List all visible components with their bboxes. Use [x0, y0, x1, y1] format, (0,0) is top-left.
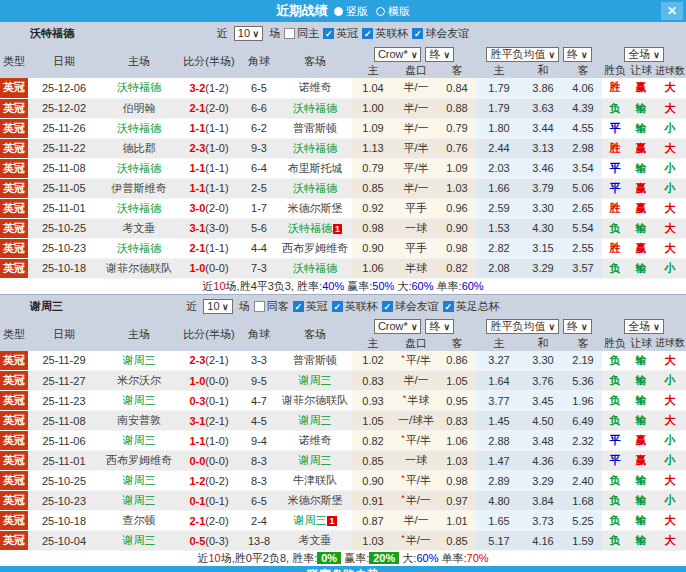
handicap-cell: 平/半 [394, 138, 438, 158]
league-filter-label: 英足总杯 [456, 299, 500, 314]
avg-source-select[interactable]: 胜平负均值 ∨ [486, 47, 559, 62]
recent-count-select[interactable]: 10 ∨ [203, 299, 232, 314]
radio-vertical-layout[interactable]: 竖版 [334, 4, 368, 19]
summary-segment: 10 [213, 280, 225, 292]
avg-draw-cell: 4.36 [522, 451, 564, 471]
league-handicap-trend-bar[interactable]: 联赛盘路走势 [0, 566, 686, 572]
col-corners: 角球 [240, 318, 278, 351]
full-time-score: 2-3 [189, 142, 205, 154]
goals-result-cell: 小 [654, 451, 686, 471]
summary-segment: 单率: [438, 552, 466, 564]
league-filter[interactable]: ✓英足总杯 [443, 299, 500, 314]
red-card-badge: 1 [327, 516, 336, 526]
handicap-cell: 一球 [394, 451, 438, 471]
home-team-cell: 西布罗姆维奇 [100, 451, 178, 471]
score-cell: 2-1(2-0) [178, 511, 240, 531]
full-time-score: 1-1 [189, 182, 205, 194]
handicap-result-cell: 输 [628, 471, 654, 491]
date-cell: 25-10-04 [28, 531, 100, 551]
league-filter[interactable]: ✓球会友谊 [382, 299, 439, 314]
goals-result-cell: 大 [654, 411, 686, 431]
scope-dropdown: 全场 ∨ [602, 318, 686, 336]
receiving-handicap-star: * [401, 533, 405, 543]
home-team-name: 沃特福德 [117, 202, 161, 214]
col-home: 主场 [100, 45, 178, 78]
receiving-handicap-star: * [401, 473, 405, 483]
league-filter[interactable]: ✓英联杯 [362, 26, 408, 41]
summary-segment: 70% [467, 552, 489, 564]
close-button[interactable]: ✕ [661, 2, 683, 20]
avg-home-cell: 1.65 [476, 511, 522, 531]
half-time-score: (1-1) [205, 242, 228, 254]
league-cell: 英冠 [0, 371, 28, 391]
odds-stage-select[interactable]: 终 ∨ [425, 319, 454, 334]
goals-result-cell: 大 [654, 218, 686, 238]
league-cell: 英冠 [0, 351, 28, 371]
date-cell: 25-11-08 [28, 411, 100, 431]
same-side-filter[interactable]: 同主 [284, 26, 319, 41]
filter-bar: 谢周三 近10 ∨场同客✓英冠✓英联杯✓球会友谊✓英足总杯 [0, 295, 686, 318]
full-time-score: 1-2 [189, 475, 205, 487]
result-cell: 负 [602, 491, 628, 511]
match-scope-select[interactable]: 全场 ∨ [624, 319, 664, 334]
corners-cell: 9-5 [240, 371, 278, 391]
avg-source-select[interactable]: 胜平负均值 ∨ [486, 319, 559, 334]
league-filter[interactable]: ✓球会友谊 [412, 26, 469, 41]
odds-away-cell: 0.97 [438, 491, 476, 511]
goals-result-cell: 大 [654, 198, 686, 218]
away-team-name: 诺维奇 [299, 434, 332, 446]
col-score: 比分(半场) [178, 45, 240, 78]
handicap-cell: 半/一 [394, 178, 438, 198]
odds-source-select[interactable]: Crow* ∨ [374, 319, 422, 334]
handicap-name: 一球 [405, 222, 427, 234]
radio-horizontal-layout[interactable]: 横版 [376, 4, 410, 19]
league-filter[interactable]: ✓英冠 [323, 26, 358, 41]
league-filter[interactable]: ✓英联杯 [332, 299, 378, 314]
col-odds-home: 主 [352, 336, 394, 351]
col-league: 类型 [0, 318, 28, 351]
recent-count-select[interactable]: 10 ∨ [234, 26, 263, 41]
league-filter-label: 英冠 [306, 299, 328, 314]
odds-source-select[interactable]: Crow* ∨ [374, 47, 422, 62]
result-cell: 负 [602, 391, 628, 411]
col-handicap-result: 让球 [628, 336, 654, 351]
avg-draw-cell: 4.30 [522, 218, 564, 238]
handicap-cell: *平/半 [394, 471, 438, 491]
match-row: 英冠25-11-01西布罗姆维奇0-0(0-0)8-3谢周三0.85一球1.03… [0, 451, 686, 471]
home-team-cell: 沃特福德 [100, 238, 178, 258]
avg-stage-select[interactable]: 终 ∨ [563, 319, 592, 334]
col-score: 比分(半场) [178, 318, 240, 351]
handicap-name: 半/一 [403, 182, 428, 194]
summary-segment: 10 [208, 552, 220, 564]
half-time-score: (0-3) [205, 535, 228, 547]
odds-home-cell: 0.83 [352, 371, 394, 391]
league-filter[interactable]: ✓英冠 [293, 299, 328, 314]
handicap-name: 半/一 [403, 102, 428, 114]
match-row: 英冠25-11-23谢周三0-3(0-1)4-7谢菲尔德联队0.93*半球0.9… [0, 391, 686, 411]
avg-away-cell: 5.06 [564, 178, 602, 198]
handicap-name: 平/半 [406, 354, 431, 366]
summary-segment: 近 [202, 280, 213, 292]
match-scope-select[interactable]: 全场 ∨ [624, 47, 664, 62]
away-team-cell: 谢周三 [278, 411, 352, 431]
full-time-score: 1-1 [189, 435, 205, 447]
away-team-cell: 沃特福德 [278, 178, 352, 198]
odds-away-cell: 0.98 [438, 471, 476, 491]
avg-home-cell: 1.66 [476, 178, 522, 198]
away-team-cell: 谢周三 [278, 371, 352, 391]
receiving-handicap-star: * [403, 393, 407, 403]
odds-stage-select[interactable]: 终 ∨ [425, 47, 454, 62]
avg-stage-select[interactable]: 终 ∨ [563, 47, 592, 62]
away-team-name: 谢周三 [299, 374, 332, 386]
goals-result-cell: 大 [654, 471, 686, 491]
col-handicap: 盘口 [394, 63, 438, 78]
same-side-filter[interactable]: 同客 [254, 299, 289, 314]
odds-home-cell: 1.09 [352, 118, 394, 138]
score-cell: 1-0(0-0) [178, 371, 240, 391]
half-time-score: (2-0) [205, 515, 228, 527]
result-cell: 负 [602, 371, 628, 391]
handicap-name: 一/球半 [398, 414, 434, 426]
avg-home-cell: 2.59 [476, 198, 522, 218]
avg-away-cell: 2.55 [564, 238, 602, 258]
match-row: 英冠25-10-25考文垂3-1(3-0)5-6沃特福德10.98一球0.901… [0, 218, 686, 238]
